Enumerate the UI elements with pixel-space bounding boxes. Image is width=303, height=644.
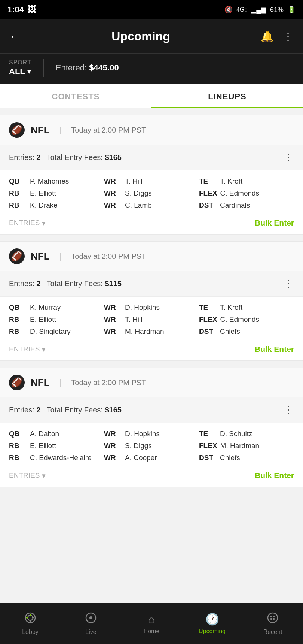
svg-point-8 — [268, 613, 278, 623]
lineup-cell-2-0: QB A. Dalton — [9, 430, 104, 438]
card-time-2: Today at 2:00 PM PST — [71, 378, 146, 387]
sport-filter-bar: SPORT ALL ▾ Entered: $445.00 — [0, 53, 303, 84]
chevron-down-icon-0: ▾ — [42, 219, 46, 227]
lineup-cell-0-7: WR C. Lamb — [104, 201, 199, 209]
upcoming-icon: 🕐 — [205, 613, 219, 626]
live-icon — [85, 612, 97, 626]
card-footer-0: ENTRIES ▾ Bulk Enter — [0, 213, 303, 234]
tabs-bar: CONTESTS LINEUPS — [0, 84, 303, 108]
lobby-icon — [24, 612, 36, 626]
nav-item-upcoming[interactable]: 🕐 Upcoming — [182, 610, 242, 638]
card-header-1: 🏈 NFL | Today at 2:00 PM PST — [0, 242, 303, 271]
back-button[interactable]: ← — [9, 30, 21, 43]
card-footer-2: ENTRIES ▾ Bulk Enter — [0, 466, 303, 487]
lineup-grid-1: QB K. Murray WR D. Hopkins TE T. Kroft R… — [0, 297, 303, 339]
lineup-cell-1-2: TE T. Kroft — [199, 303, 294, 312]
home-icon: ⌂ — [148, 613, 155, 626]
nav-item-lobby[interactable]: Lobby — [0, 609, 61, 638]
sport-name-0: NFL — [31, 124, 50, 136]
page-title: Upcoming — [111, 30, 170, 43]
card-header-2: 🏈 NFL | Today at 2:00 PM PST — [0, 368, 303, 397]
bulk-enter-button-0[interactable]: Bulk Enter — [255, 218, 294, 227]
card-entries-row-2: Entries: 2 Total Entry Fees: $165 ⋮ — [0, 397, 303, 423]
chevron-down-icon-2: ▾ — [42, 471, 46, 480]
bulk-enter-button-2[interactable]: Bulk Enter — [255, 471, 294, 480]
nav-item-home[interactable]: ⌂ Home — [121, 610, 182, 638]
lineup-grid-2: QB A. Dalton WR D. Hopkins TE D. Schultz… — [0, 423, 303, 466]
lineup-cell-1-3: RB E. Elliott — [9, 315, 104, 324]
lineup-cell-0-0: QB P. Mahomes — [9, 177, 104, 185]
tab-contests[interactable]: CONTESTS — [0, 84, 152, 108]
entered-amount-value: $445.00 — [89, 63, 119, 72]
lineup-cell-0-4: WR S. Diggs — [104, 189, 199, 197]
status-mute-icon: 🔇 — [224, 6, 233, 14]
sport-icon-2: 🏈 — [9, 375, 25, 390]
sport-filter-value[interactable]: ALL ▾ — [9, 67, 31, 76]
recent-icon — [267, 612, 279, 626]
lineup-cell-0-6: RB K. Drake — [9, 201, 104, 209]
status-signal-icon: ▂▄▆ — [251, 6, 266, 14]
entries-info-2: Entries: 2 Total Entry Fees: $165 — [9, 406, 122, 414]
svg-point-7 — [89, 616, 92, 619]
nav-label-lobby: Lobby — [22, 629, 39, 635]
content-area: 🏈 NFL | Today at 2:00 PM PST Entries: 2 … — [0, 115, 303, 532]
card-time-1: Today at 2:00 PM PST — [71, 252, 146, 261]
lineup-grid-0: QB P. Mahomes WR T. Hill TE T. Kroft RB … — [0, 170, 303, 213]
lineup-cell-1-0: QB K. Murray — [9, 303, 104, 312]
nav-label-home: Home — [144, 628, 160, 635]
lineup-cell-1-4: WR T. Hill — [104, 315, 199, 324]
svg-rect-11 — [270, 618, 272, 620]
nav-label-live: Live — [85, 629, 96, 635]
sport-icon-1: 🏈 — [9, 248, 25, 264]
card-more-button-1[interactable]: ⋮ — [284, 278, 294, 290]
lineup-cell-2-6: RB C. Edwards-Helaire — [9, 454, 104, 462]
lineup-cell-2-4: WR S. Diggs — [104, 442, 199, 450]
lineup-cell-2-3: RB E. Elliott — [9, 442, 104, 450]
lineup-cell-2-8: DST Chiefs — [199, 454, 294, 462]
bulk-enter-button-1[interactable]: Bulk Enter — [255, 345, 294, 354]
entries-dropdown-0[interactable]: ENTRIES ▾ — [9, 219, 46, 227]
card-more-button-2[interactable]: ⋮ — [284, 404, 294, 416]
card-entries-row-0: Entries: 2 Total Entry Fees: $165 ⋮ — [0, 145, 303, 170]
nav-label-recent: Recent — [263, 629, 282, 635]
tab-lineups[interactable]: LINEUPS — [152, 84, 303, 108]
lineup-card-2: 🏈 NFL | Today at 2:00 PM PST Entries: 2 … — [0, 368, 303, 487]
lineup-cell-0-3: RB E. Elliott — [9, 189, 104, 197]
more-options-icon[interactable]: ⋮ — [283, 30, 294, 43]
lineup-cell-0-2: TE T. Kroft — [199, 177, 294, 185]
svg-point-1 — [28, 615, 33, 620]
entries-dropdown-2[interactable]: ENTRIES ▾ — [9, 471, 46, 480]
chevron-down-icon: ▾ — [27, 67, 31, 76]
lineup-cell-1-7: WR M. Hardman — [104, 327, 199, 336]
lineup-cell-0-8: DST Cardinals — [199, 201, 294, 209]
sport-divider — [43, 59, 44, 77]
lineup-cell-1-5: FLEX C. Edmonds — [199, 315, 294, 324]
entries-info-0: Entries: 2 Total Entry Fees: $165 — [9, 153, 122, 162]
svg-rect-9 — [270, 616, 272, 617]
lineup-card-0: 🏈 NFL | Today at 2:00 PM PST Entries: 2 … — [0, 115, 303, 235]
chevron-down-icon-1: ▾ — [42, 345, 46, 354]
lineup-card-1: 🏈 NFL | Today at 2:00 PM PST Entries: 2 … — [0, 241, 303, 361]
card-entries-row-1: Entries: 2 Total Entry Fees: $115 ⋮ — [0, 271, 303, 297]
nav-label-upcoming: Upcoming — [199, 628, 226, 635]
lineup-cell-1-8: DST Chiefs — [199, 327, 294, 336]
notification-icon[interactable]: 🔔 — [261, 30, 274, 43]
sport-icon-0: 🏈 — [9, 122, 25, 138]
bottom-nav: Lobby Live ⌂ Home 🕐 Upcoming Recent — [0, 603, 303, 644]
card-footer-1: ENTRIES ▾ Bulk Enter — [0, 339, 303, 360]
nav-item-live[interactable]: Live — [61, 609, 121, 638]
entries-dropdown-1[interactable]: ENTRIES ▾ — [9, 345, 46, 354]
lineup-cell-0-1: WR T. Hill — [104, 177, 199, 185]
status-bar: 1:04 🖼 🔇 4G↕ ▂▄▆ 61% 🔋 — [0, 0, 303, 19]
svg-rect-12 — [273, 618, 275, 620]
svg-rect-10 — [273, 616, 275, 617]
lineup-cell-1-1: WR D. Hopkins — [104, 303, 199, 312]
card-header-0: 🏈 NFL | Today at 2:00 PM PST — [0, 115, 303, 145]
sport-filter-label: SPORT — [9, 59, 31, 66]
card-more-button-0[interactable]: ⋮ — [284, 152, 294, 163]
lineup-cell-2-1: WR D. Hopkins — [104, 430, 199, 438]
status-battery-text: 61% — [270, 6, 284, 14]
entries-info-1: Entries: 2 Total Entry Fees: $115 — [9, 279, 122, 288]
status-time: 1:04 — [7, 5, 24, 15]
nav-item-recent[interactable]: Recent — [242, 609, 303, 638]
